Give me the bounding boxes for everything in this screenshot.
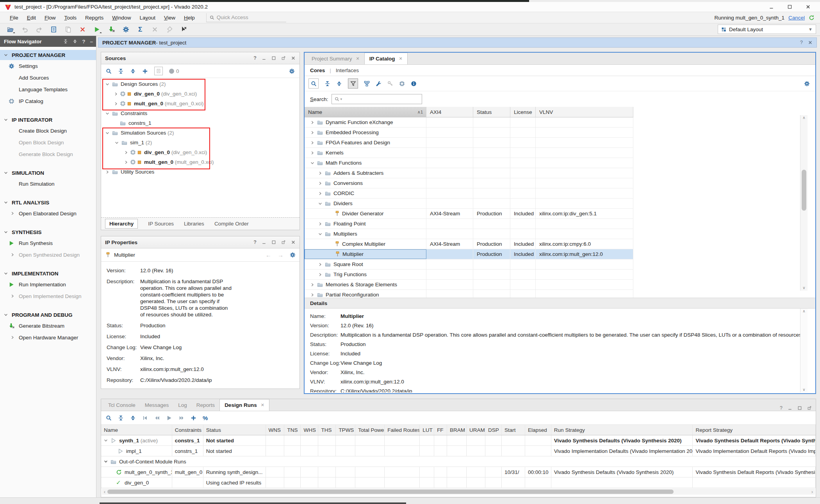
- section-header-simulation[interactable]: SIMULATION: [0, 168, 96, 178]
- step-forward-icon[interactable]: [178, 415, 184, 421]
- column-header[interactable]: Run Strategy: [551, 425, 693, 435]
- details-scrollbar[interactable]: ∧ ∨: [800, 309, 808, 392]
- tab-tcl-console[interactable]: Tcl Console: [103, 399, 140, 411]
- expand-all-icon[interactable]: [336, 81, 342, 87]
- chip-icon[interactable]: [399, 81, 405, 87]
- run-row-div-gen-0[interactable]: ✓div_gen_0 Using cached IP results: [101, 477, 816, 488]
- view-change-log-link[interactable]: View Change Log: [140, 344, 182, 351]
- menu-layout[interactable]: Layout: [135, 15, 160, 21]
- cancel-report-button[interactable]: [151, 26, 159, 34]
- run-row-impl-1[interactable]: impl_1 constrs_1 Not started Vivado Impl…: [101, 446, 816, 456]
- catalog-row-multiplier-selected[interactable]: MultiplierProductionIncludedxilinx.com:i…: [305, 249, 633, 259]
- sidebar-item-open-implemented-design[interactable]: Open Implemented Design: [0, 290, 96, 302]
- close-icon[interactable]: [808, 40, 813, 45]
- menu-help[interactable]: Help: [180, 15, 199, 21]
- tab-messages[interactable]: Messages: [140, 399, 174, 411]
- collapse-all-icon[interactable]: [324, 81, 330, 87]
- scroll-up-icon[interactable]: ∧: [800, 115, 808, 121]
- chevron-down-icon[interactable]: [105, 82, 110, 87]
- run-row-ooc-group[interactable]: Out-of-Context Module Runs: [101, 456, 816, 467]
- close-window-icon[interactable]: [806, 4, 811, 9]
- column-header-name[interactable]: Name∧1: [305, 107, 426, 117]
- subtab-cores[interactable]: Cores: [310, 67, 325, 73]
- tab-libraries[interactable]: Libraries: [184, 221, 204, 227]
- cancel-run-link[interactable]: Cancel: [788, 15, 805, 21]
- column-header[interactable]: Elapsed: [525, 425, 551, 435]
- license-key-icon[interactable]: [387, 81, 393, 87]
- column-header[interactable]: FF: [434, 425, 447, 435]
- sidebar-item-add-sources[interactable]: Add Sources: [0, 72, 96, 83]
- catalog-row-divider-generator[interactable]: Divider GeneratorAXI4-StreamProductionIn…: [305, 209, 633, 219]
- chevron-right-icon[interactable]: [124, 160, 128, 165]
- skip-to-start-icon[interactable]: [142, 415, 148, 421]
- tab-project-summary[interactable]: Project Summary✕: [307, 53, 364, 64]
- collapse-all-icon[interactable]: [118, 415, 124, 421]
- column-header[interactable]: Start: [502, 425, 525, 435]
- close-panel-icon[interactable]: [291, 56, 296, 60]
- section-header-synthesis[interactable]: SYNTHESIS: [0, 227, 96, 237]
- menu-view[interactable]: View: [160, 15, 180, 21]
- report-sigma-button[interactable]: Σ: [136, 26, 144, 34]
- catalog-row[interactable]: Embedded Processing: [305, 128, 633, 138]
- scrollbar-thumb[interactable]: [107, 490, 674, 494]
- tree-item-sim-1[interactable]: sim_1 (2): [101, 138, 299, 147]
- tab-design-runs[interactable]: Design Runs✕: [219, 399, 269, 411]
- catalog-row[interactable]: Dynamic Function eXchange: [305, 117, 633, 128]
- highlight-brush-button[interactable]: [165, 26, 173, 34]
- catalog-row[interactable]: Trig Functions: [305, 270, 633, 280]
- sidebar-item-run-implementation[interactable]: Run Implementation: [0, 279, 96, 290]
- unselect-cursor-button[interactable]: [180, 26, 187, 34]
- column-header[interactable]: LUT: [420, 425, 434, 435]
- wrench-icon[interactable]: [376, 81, 381, 87]
- delete-button[interactable]: [78, 26, 86, 34]
- column-header[interactable]: Name: [101, 425, 172, 435]
- tree-item-mult-gen-0[interactable]: mult_gen_0 (mult_gen_0.xci): [101, 99, 299, 108]
- catalog-row[interactable]: Conversions: [305, 178, 633, 188]
- menu-tools[interactable]: Tools: [60, 15, 81, 21]
- view-change-log-link[interactable]: View Change Log: [340, 360, 382, 366]
- help-icon[interactable]: ?: [800, 40, 803, 45]
- sidebar-item-generate-block-design[interactable]: Generate Block Design: [0, 148, 96, 160]
- filter-button[interactable]: [348, 78, 358, 89]
- collapse-all-icon[interactable]: [118, 68, 124, 74]
- tab-reports[interactable]: Reports: [192, 399, 219, 411]
- chevron-right-icon[interactable]: [105, 170, 110, 174]
- undo-button[interactable]: [21, 26, 29, 34]
- expand-all-icon[interactable]: [73, 39, 77, 44]
- scroll-up-icon[interactable]: ∧: [800, 309, 808, 314]
- catalog-search-input[interactable]: ▾: [332, 94, 422, 104]
- save-button[interactable]: [50, 26, 57, 34]
- scroll-right-icon[interactable]: ›: [809, 489, 815, 495]
- column-header-vlnv[interactable]: VLNV: [536, 107, 633, 117]
- section-header-ip-integrator[interactable]: IP INTEGRATOR: [0, 115, 96, 125]
- section-header-implementation[interactable]: IMPLEMENTATION: [0, 268, 96, 279]
- close-tab-icon[interactable]: ✕: [356, 56, 360, 61]
- scrollbar-thumb[interactable]: [802, 170, 806, 211]
- minimize-panel-icon[interactable]: –: [90, 39, 93, 44]
- run-row-mult-gen-0-synth-1[interactable]: mult_gen_0_synth_1 mult_gen_0 Running sy…: [101, 467, 816, 477]
- column-header-license[interactable]: License: [510, 107, 536, 117]
- column-header[interactable]: TPWS: [336, 425, 355, 435]
- back-arrow-icon[interactable]: ←: [266, 252, 271, 258]
- help-icon[interactable]: ?: [253, 55, 257, 61]
- help-icon[interactable]: ?: [780, 405, 783, 411]
- chevron-down-icon[interactable]: [103, 438, 108, 443]
- column-header[interactable]: Total Power: [355, 425, 385, 435]
- catalog-row[interactable]: Square Root: [305, 259, 633, 270]
- chevron-right-icon[interactable]: [114, 92, 118, 96]
- menu-window[interactable]: Window: [108, 15, 135, 21]
- chevron-down-icon[interactable]: [105, 131, 110, 135]
- close-panel-icon[interactable]: [291, 240, 296, 245]
- gear-icon[interactable]: [290, 252, 296, 258]
- sidebar-item-language-templates[interactable]: Language Templates: [0, 83, 96, 95]
- column-header-status[interactable]: Status: [473, 107, 510, 117]
- help-icon[interactable]: ?: [253, 240, 257, 245]
- menu-flow[interactable]: Flow: [40, 15, 60, 21]
- catalog-row[interactable]: Floating Point: [305, 219, 633, 229]
- scroll-left-icon[interactable]: ‹: [102, 489, 107, 495]
- status-link[interactable]: Production: [340, 341, 366, 348]
- column-header[interactable]: Failed Routes: [385, 425, 420, 435]
- help-doc-icon[interactable]: [154, 67, 163, 75]
- status-link[interactable]: Production: [140, 322, 166, 329]
- tab-log[interactable]: Log: [173, 399, 192, 411]
